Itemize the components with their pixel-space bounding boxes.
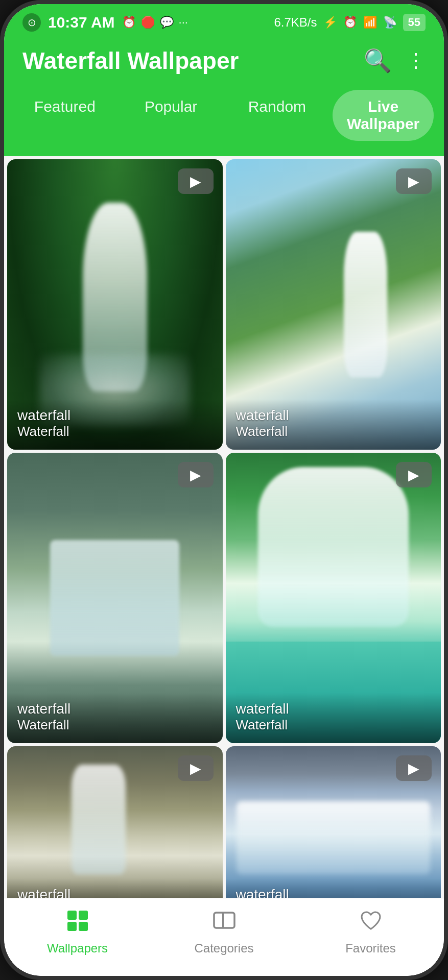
- tab-popular[interactable]: Popular: [121, 90, 222, 141]
- svg-rect-4: [214, 913, 234, 928]
- wallpaper-card[interactable]: ▶ waterfall Waterfall: [226, 746, 441, 898]
- card-name: Waterfall: [236, 424, 431, 439]
- status-time: 10:37 AM: [48, 14, 115, 31]
- wallpaper-card[interactable]: ▶ waterfall Waterfall: [7, 746, 223, 898]
- svg-rect-3: [79, 922, 88, 931]
- video-icon: ▶: [408, 760, 419, 777]
- video-badge: ▶: [396, 168, 432, 194]
- card-name: Waterfall: [17, 424, 213, 439]
- card-labels: waterfall Waterfall: [226, 693, 441, 743]
- video-badge: ▶: [178, 755, 214, 781]
- card-tag: waterfall: [236, 407, 431, 424]
- app-header: Waterfall Wallpaper 🔍 ⋮: [4, 37, 444, 85]
- card-name: Waterfall: [236, 717, 431, 733]
- card-labels: waterfall Waterfall: [226, 878, 441, 898]
- nav-label-categories: Categories: [194, 941, 253, 955]
- video-badge: ▶: [178, 168, 214, 194]
- svg-rect-0: [67, 911, 77, 920]
- status-icons-left: ⏰ 🛑 💬 ···: [122, 16, 188, 29]
- more-options-button[interactable]: ⋮: [406, 51, 426, 70]
- video-icon: ▶: [190, 760, 201, 777]
- card-tag: waterfall: [17, 407, 213, 424]
- card-labels: waterfall Waterfall: [7, 878, 223, 898]
- nav-item-favorites[interactable]: Favorites: [297, 909, 444, 955]
- network-speed: 6.7KB/s: [274, 15, 317, 30]
- svg-rect-2: [67, 922, 77, 931]
- nav-item-categories[interactable]: Categories: [151, 909, 297, 955]
- nav-label-favorites: Favorites: [345, 941, 396, 955]
- wallpaper-card[interactable]: ▶ waterfall Waterfall: [226, 453, 441, 743]
- video-icon: ▶: [408, 467, 419, 483]
- tab-live-wallpaper[interactable]: Live Wallpaper: [333, 90, 434, 141]
- phone-frame: ⊙ 10:37 AM ⏰ 🛑 💬 ··· 6.7KB/s ⚡ ⏰ 📶 📡 55: [0, 0, 448, 980]
- card-labels: waterfall Waterfall: [7, 693, 223, 743]
- card-tag: waterfall: [17, 701, 213, 717]
- app-icon: ⊙: [22, 13, 41, 32]
- search-button[interactable]: 🔍: [364, 50, 392, 72]
- video-badge: ▶: [178, 462, 214, 487]
- heart-icon: [359, 909, 383, 937]
- video-icon: ▶: [190, 467, 201, 483]
- grid-icon: [65, 909, 90, 937]
- categories-icon: [212, 909, 237, 937]
- video-badge: ▶: [396, 755, 432, 781]
- alarm-icon: ⏰: [343, 16, 357, 29]
- notification-icon: 🛑: [141, 16, 155, 29]
- video-icon: ▶: [190, 173, 201, 190]
- video-badge: ▶: [396, 462, 432, 487]
- status-right: 6.7KB/s ⚡ ⏰ 📶 📡 55: [274, 14, 426, 31]
- header-actions: 🔍 ⋮: [364, 50, 426, 72]
- card-tag: waterfall: [236, 701, 431, 717]
- nav-item-wallpapers[interactable]: Wallpapers: [4, 909, 151, 955]
- wallpaper-card[interactable]: ▶ waterfall Waterfall: [7, 453, 223, 743]
- card-labels: waterfall Waterfall: [7, 399, 223, 450]
- clock-icon: ⏰: [122, 16, 136, 29]
- wechat-icon: 💬: [160, 16, 174, 29]
- bluetooth-icon: ⚡: [323, 16, 337, 29]
- bottom-nav: Wallpapers Categories Favorites: [4, 898, 444, 976]
- card-tag: waterfall: [236, 887, 431, 898]
- wifi-icon: 📡: [383, 16, 397, 29]
- wallpaper-grid: ▶ waterfall Waterfall ▶: [4, 156, 444, 898]
- video-icon: ▶: [408, 173, 419, 190]
- status-bar: ⊙ 10:37 AM ⏰ 🛑 💬 ··· 6.7KB/s ⚡ ⏰ 📶 📡 55: [4, 4, 444, 37]
- nav-label-wallpapers: Wallpapers: [47, 941, 108, 955]
- svg-rect-5: [222, 913, 224, 928]
- phone-screen: ⊙ 10:37 AM ⏰ 🛑 💬 ··· 6.7KB/s ⚡ ⏰ 📶 📡 55: [4, 4, 444, 976]
- status-left: ⊙ 10:37 AM ⏰ 🛑 💬 ···: [22, 13, 188, 32]
- app-title: Waterfall Wallpaper: [22, 47, 239, 75]
- wallpaper-card[interactable]: ▶ waterfall Waterfall: [226, 159, 441, 450]
- tab-random[interactable]: Random: [227, 90, 328, 141]
- tab-bar: Featured Popular Random Live Wallpaper: [4, 85, 444, 156]
- battery-indicator: 55: [403, 14, 426, 31]
- wallpaper-card[interactable]: ▶ waterfall Waterfall: [7, 159, 223, 450]
- svg-rect-1: [79, 911, 88, 920]
- card-tag: waterfall: [17, 887, 213, 898]
- more-icon: ···: [179, 16, 188, 29]
- content-area[interactable]: ▶ waterfall Waterfall ▶: [4, 156, 444, 898]
- signal-icon: 📶: [363, 16, 377, 29]
- card-labels: waterfall Waterfall: [226, 399, 441, 450]
- tab-featured[interactable]: Featured: [14, 90, 115, 141]
- card-name: Waterfall: [17, 717, 213, 733]
